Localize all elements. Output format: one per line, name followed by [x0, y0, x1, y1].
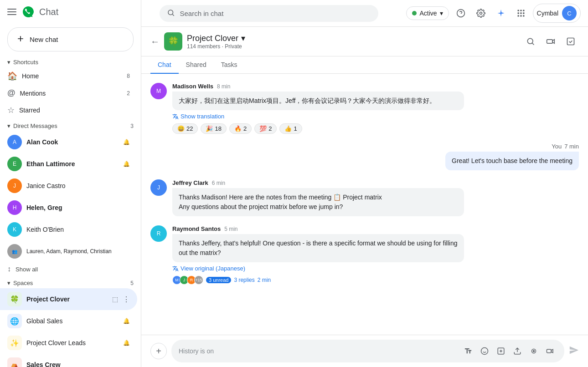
- apps-grid-button[interactable]: [513, 5, 529, 21]
- help-button[interactable]: [453, 5, 469, 21]
- starred-icon: ☆: [7, 105, 15, 115]
- back-button[interactable]: ←: [150, 36, 160, 47]
- message-row-raymond: R Raymond Santos 5 min Thanks Jeffery, t…: [150, 225, 579, 285]
- space-icon-sales-crew: ⛺: [7, 357, 22, 367]
- spaces-list: 🍀 Project Clover ⬚ ⋮ 🌐 Global Sales 🔔 ✨ …: [0, 288, 141, 367]
- sidebar-item-mentions[interactable]: @ Mentions 2: [0, 85, 137, 102]
- message-input-field[interactable]: History is on: [171, 340, 564, 362]
- add-attachment-button[interactable]: [494, 344, 508, 358]
- avatar-ethan: E: [7, 157, 22, 171]
- svg-rect-13: [520, 15, 521, 16]
- translate-link[interactable]: Show translation: [172, 113, 579, 120]
- message-sender-jeffrey: Jeffrey Clark 6 min: [172, 179, 579, 186]
- messages-list: M Madison Wells 8 min 大家好，我们在这里启动Matrix项…: [141, 74, 588, 335]
- text-format-button[interactable]: [461, 344, 475, 358]
- show-all-icon: ↕: [7, 265, 11, 273]
- dm-chevron: ▾: [7, 122, 10, 129]
- chat-subtitle: 114 members · Private: [187, 43, 245, 50]
- sidebar-item-project-clover-leads[interactable]: ✨ Project Clover Leads 🔔: [0, 332, 137, 354]
- message-content-raymond: Raymond Santos 5 min Thanks Jeffery, tha…: [172, 225, 579, 285]
- message-bubble-raymond: Thanks Jeffery, that's helpful! One ques…: [172, 234, 464, 262]
- message-bubble-jeffrey: Thanks Madison! Here are the notes from …: [172, 188, 464, 216]
- sidebar-item-janice[interactable]: J Janice Castro: [0, 175, 137, 197]
- sidebar-item-home[interactable]: 🏠 Home 8: [0, 67, 137, 85]
- spaces-section-header[interactable]: ▾ Spaces 5: [0, 276, 141, 288]
- active-status-button[interactable]: Active ▾: [406, 6, 449, 20]
- reply-avatars: M J R +15: [172, 275, 203, 285]
- sidebar-item-helen[interactable]: H Helen, Greg: [0, 197, 137, 219]
- reply-row[interactable]: M J R +15 3 unread 3 replies 2 min: [172, 275, 579, 285]
- message-sender-raymond: Raymond Santos 5 min: [172, 225, 579, 232]
- reaction-100[interactable]: 💯 2: [254, 123, 277, 134]
- svg-rect-6: [517, 10, 519, 11]
- reaction-laugh[interactable]: 😄 22: [172, 123, 198, 134]
- dm-show-all[interactable]: ↕ Show all: [0, 262, 141, 276]
- message-bubble: 大家好，我们在这里启动Matrix项目。Jeff，你有会议记录吗？大家今天的演示…: [172, 92, 464, 110]
- sidebar-item-group[interactable]: 👥 Lauren, Adam, Raymond, Christian: [0, 240, 137, 262]
- avatar-janice: J: [7, 178, 22, 193]
- reaction-party[interactable]: 🎉 18: [201, 123, 226, 134]
- reactions-row: 😄 22 🎉 18 🔥 2 💯 2: [172, 123, 579, 134]
- sent-message-content: You 7 min Great! Let's touch base before…: [445, 143, 579, 170]
- dm-label: ▾ Direct Messages: [7, 122, 57, 129]
- reaction-fire[interactable]: 🔥 2: [229, 123, 252, 134]
- gemini-button[interactable]: [493, 5, 509, 21]
- tab-chat[interactable]: Chat: [150, 56, 179, 74]
- reaction-thumbs[interactable]: 👍 1: [279, 123, 302, 134]
- dm-section-header[interactable]: ▾ Direct Messages 3: [0, 119, 141, 131]
- svg-rect-17: [567, 38, 574, 45]
- space-icon-global-sales: 🌐: [7, 314, 22, 328]
- more-icon-space[interactable]: ⋮: [123, 295, 130, 304]
- search-bar[interactable]: Search in chat: [160, 5, 378, 22]
- send-button[interactable]: [569, 345, 579, 357]
- video-call-button[interactable]: [543, 344, 557, 358]
- sidebar-header: Chat: [0, 0, 141, 24]
- chat-search-button[interactable]: [522, 33, 539, 50]
- app-logo: Chat: [21, 5, 58, 19]
- tab-shared[interactable]: Shared: [179, 56, 214, 74]
- avatar-raymond: R: [150, 225, 167, 242]
- svg-rect-27: [547, 349, 552, 353]
- sent-bubble: Great! Let's touch base before the meeti…: [445, 152, 579, 170]
- view-original-link[interactable]: View original (Japanese): [172, 265, 579, 272]
- sent-meta: You 7 min: [445, 143, 579, 150]
- shortcuts-label: ▾ Shortcuts: [7, 59, 38, 66]
- chat-title: Project Clover ▾: [187, 33, 245, 43]
- avatar-jeffrey: J: [150, 179, 167, 196]
- new-chat-button[interactable]: New chat: [7, 27, 134, 51]
- svg-rect-12: [517, 15, 519, 16]
- sidebar: Chat New chat ▾ Shortcuts 🏠 Home 8 @ Men…: [0, 0, 141, 367]
- sidebar-item-alan[interactable]: A Alan Cook 🔔: [0, 131, 137, 153]
- unread-badge: 3 unread: [206, 277, 231, 283]
- hamburger-menu[interactable]: [7, 7, 16, 16]
- sidebar-item-keith[interactable]: K Keith O'Brien: [0, 219, 137, 240]
- space-name-dropdown-icon[interactable]: ▾: [241, 33, 245, 43]
- add-content-button[interactable]: +: [150, 343, 167, 359]
- chat-container: ← 🍀 Project Clover ▾ 114 members · Priva…: [141, 27, 588, 367]
- sidebar-item-project-clover[interactable]: 🍀 Project Clover ⬚ ⋮: [0, 288, 137, 310]
- input-bar: + History is on: [141, 335, 588, 367]
- chat-video-button[interactable]: [542, 33, 559, 50]
- sidebar-item-starred[interactable]: ☆ Starred: [0, 102, 137, 119]
- app-title: Chat: [39, 7, 58, 17]
- active-dot: [412, 11, 417, 15]
- emoji-button[interactable]: [478, 344, 491, 358]
- shortcuts-chevron: ▾: [7, 59, 10, 66]
- svg-point-18: [481, 348, 488, 355]
- mentions-icon: @: [7, 88, 15, 98]
- sidebar-item-global-sales[interactable]: 🌐 Global Sales 🔔: [0, 310, 137, 332]
- sidebar-item-sales-crew[interactable]: ⛺ Sales Crew: [0, 354, 137, 367]
- upload-button[interactable]: [511, 344, 524, 358]
- sidebar-item-ethan[interactable]: E Ethan Lattimore 🔔: [0, 153, 137, 175]
- record-button[interactable]: [527, 344, 541, 358]
- svg-rect-16: [547, 40, 553, 43]
- chat-header: ← 🍀 Project Clover ▾ 114 members · Priva…: [141, 27, 588, 56]
- profile-button[interactable]: Cymbal C: [533, 4, 581, 23]
- shortcuts-section-header[interactable]: ▾ Shortcuts: [0, 55, 141, 67]
- chat-tasks-button[interactable]: [562, 33, 579, 50]
- avatar-helen: H: [7, 200, 22, 215]
- settings-button[interactable]: [473, 5, 489, 21]
- tab-tasks[interactable]: Tasks: [214, 56, 245, 74]
- mute-icon-global-sales: 🔔: [123, 318, 130, 324]
- message-row-jeffrey: J Jeffrey Clark 6 min Thanks Madison! He…: [150, 179, 579, 216]
